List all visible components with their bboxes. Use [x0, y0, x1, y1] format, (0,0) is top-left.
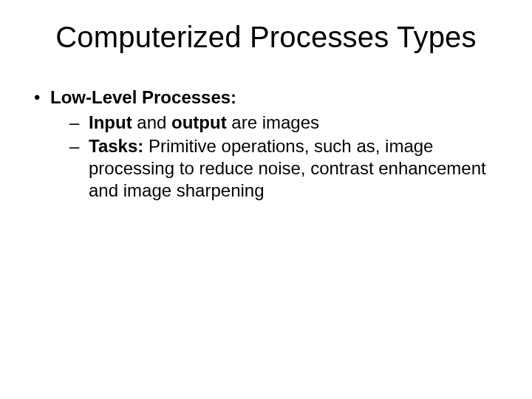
slide: Computerized Processes Types Low-Level P… — [0, 0, 532, 399]
bullet-list: Low-Level Processes: Input and output ar… — [30, 86, 502, 202]
slide-title: Computerized Processes Types — [30, 21, 502, 54]
bullet-heading: Low-Level Processes: — [50, 87, 236, 107]
sub-text-1a: and — [132, 112, 171, 132]
sub-bold-2: Tasks: — [89, 136, 143, 156]
sub-bullet-list: Input and output are images Tasks: Primi… — [50, 112, 502, 202]
list-item: Low-Level Processes: Input and output ar… — [30, 86, 502, 202]
sub-bold-1b: output — [171, 112, 227, 132]
list-item: Input and output are images — [65, 112, 502, 134]
sub-text-2: Primitive operations, such as, image pro… — [89, 136, 486, 200]
sub-bold-1a: Input — [89, 112, 132, 132]
list-item: Tasks: Primitive operations, such as, im… — [65, 135, 502, 202]
sub-text-1b: are images — [227, 112, 319, 132]
